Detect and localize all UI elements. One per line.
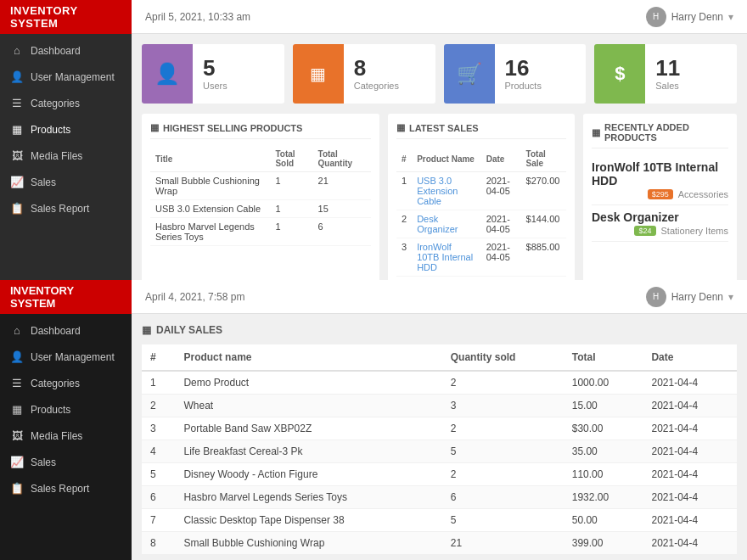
sidebar-item-dashboard[interactable]: ⌂ Dashboard: [0, 37, 132, 64]
sidebar-label-sales-report: Sales Report: [31, 203, 89, 215]
widget-recently-added: ▦ RECENTLY ADDED PRODUCTS IronWolf 10TB …: [583, 114, 737, 280]
sidebar-label-media-files-2: Media Files: [31, 430, 82, 442]
sidebar-label-products-2: Products: [31, 404, 70, 416]
cell-date: 2021-04-4: [643, 532, 737, 555]
logo-bottom: INVENTORY SYSTEM: [0, 280, 132, 314]
cell-num: 6: [142, 486, 175, 509]
list-item: IronWolf 10TB Internal HDD $295 Accessor…: [592, 155, 728, 205]
stats-row: 👤 5 Users ▦ 8 Categories: [142, 44, 737, 104]
sidebar-item-sales-2[interactable]: 📈 Sales: [0, 449, 132, 475]
product-link[interactable]: IronWolf 10TB Internal HDD: [417, 242, 473, 272]
stat-label-categories: Categories: [354, 81, 399, 91]
user-badge-top: H Harry Denn ▾: [646, 7, 733, 27]
grid-icon-sales: ▦: [396, 122, 405, 133]
dropdown-icon-bottom[interactable]: ▾: [728, 291, 733, 303]
cell-product[interactable]: USB 3.0 Extension Cable: [412, 172, 481, 210]
recently-added-label: RECENTLY ADDED PRODUCTS: [604, 122, 728, 143]
recent-products-list: IronWolf 10TB Internal HDD $295 Accessor…: [592, 155, 728, 242]
stat-icon-users: 👤: [142, 44, 193, 104]
cell-date: 2021-04-05: [481, 172, 521, 210]
sidebar-item-user-management[interactable]: 👤 User Management: [0, 64, 132, 90]
cell-product[interactable]: IronWolf 10TB Internal HDD: [412, 238, 481, 277]
cell-date: 2021-04-4: [643, 509, 737, 532]
product-link[interactable]: Desk Organizer: [417, 214, 458, 234]
sidebar-item-sales-report[interactable]: 📋 Sales Report: [0, 195, 132, 221]
cell-total: 15.00: [564, 395, 643, 417]
product-badge: $24: [634, 226, 655, 236]
widget-title-highest-selling: ▦ HIGHEST SELLING PRODUCTS: [150, 122, 371, 139]
top-section: INVENTORY SYSTEM ⌂ Dashboard 👤 User Mana…: [0, 0, 747, 280]
product-badge: $295: [648, 189, 673, 199]
table-row: 2 Wheat 3 15.00 2021-04-4: [142, 395, 737, 417]
sidebar-item-sales[interactable]: 📈 Sales: [0, 169, 132, 195]
highest-selling-label: HIGHEST SELLING PRODUCTS: [163, 123, 302, 133]
sidebar-label-dashboard-2: Dashboard: [31, 325, 81, 337]
daily-col-qty: Quantity sold: [442, 344, 564, 371]
logo-top: INVENTORY SYSTEM: [0, 0, 132, 34]
dropdown-icon-top[interactable]: ▾: [728, 11, 733, 23]
sales-icon-2: 📈: [10, 456, 24, 468]
table-row: 5 Disney Woody - Action Figure 2 110.00 …: [142, 463, 737, 486]
stat-sales: $ 11 Sales: [594, 44, 737, 104]
col-num: #: [396, 146, 412, 172]
sidebar-item-categories-2[interactable]: ☰ Categories: [0, 370, 132, 396]
sidebar-label-user-management: User Management: [31, 71, 115, 83]
username-bottom: Harry Denn: [671, 291, 723, 303]
media-icon-2: 🖼: [10, 429, 24, 442]
latest-sales-table: # Product Name Date Total Sale 1 USB 3.0…: [396, 146, 566, 277]
sidebar-label-products: Products: [31, 124, 70, 136]
cell-num: 3: [396, 238, 412, 277]
product-link[interactable]: USB 3.0 Extension Cable: [417, 176, 458, 206]
daily-sales-title: ▦ DAILY SALES: [142, 324, 737, 336]
cell-sold: 1: [270, 218, 312, 246]
stat-label-users: Users: [203, 81, 227, 91]
cell-num: 1: [396, 172, 412, 210]
sales-report-icon: 📋: [10, 202, 24, 215]
products-icon-2: ▦: [10, 403, 24, 416]
cell-date: 2021-04-4: [643, 486, 737, 509]
cell-product: Disney Woody - Action Figure: [175, 463, 441, 486]
product-category: Accessories: [678, 189, 728, 199]
table-row: 1 Demo Product 2 1000.00 2021-04-4: [142, 371, 737, 395]
col-sold: Total Sold: [270, 146, 312, 172]
top-datetime: April 5, 2021, 10:33 am: [145, 11, 250, 23]
product-category: Stationery Items: [661, 226, 728, 236]
table-row: 3 Portable Band Saw XBP02Z 2 $30.00 2021…: [142, 417, 737, 440]
sidebar-label-dashboard: Dashboard: [31, 45, 81, 57]
dashboard-icon-2: ⌂: [10, 324, 24, 337]
stat-info-users: 5 Users: [193, 50, 238, 98]
widget-highest-selling: ▦ HIGHEST SELLING PRODUCTS Title Total S…: [142, 114, 379, 280]
topbar-bottom: April 4, 2021, 7:58 pm H Harry Denn ▾: [132, 280, 747, 314]
bottom-section: INVENTORY SYSTEM ⌂ Dashboard 👤 User Mana…: [0, 280, 747, 560]
stat-categories: ▦ 8 Categories: [293, 44, 435, 104]
cell-num: 2: [142, 395, 175, 417]
sidebar-label-sales-2: Sales: [31, 456, 56, 468]
cell-date: 2021-04-4: [643, 463, 737, 486]
sidebar-item-sales-report-2[interactable]: 📋 Sales Report: [0, 475, 132, 501]
sidebar-item-dashboard-2[interactable]: ⌂ Dashboard: [0, 317, 132, 344]
sidebar-item-media-files-2[interactable]: 🖼 Media Files: [0, 423, 132, 449]
daily-col-date: Date: [643, 344, 737, 371]
cell-total: 110.00: [564, 463, 643, 486]
cell-total: 35.00: [564, 440, 643, 463]
sidebar-item-media-files[interactable]: 🖼 Media Files: [0, 143, 132, 169]
sidebar-item-products-2[interactable]: ▦ Products: [0, 396, 132, 423]
user-icon-2: 👤: [10, 350, 24, 363]
sidebar-item-products[interactable]: ▦ Products: [0, 116, 132, 143]
avatar-bottom: H: [646, 287, 666, 307]
cell-total: $144.00: [521, 210, 566, 238]
sidebar-item-user-management-2[interactable]: 👤 User Management: [0, 344, 132, 370]
daily-col-num: #: [142, 344, 175, 371]
cell-qty: 6: [442, 486, 564, 509]
categories-icon-2: ☰: [10, 377, 24, 389]
sales-report-icon-2: 📋: [10, 482, 24, 495]
sidebar-item-categories[interactable]: ☰ Categories: [0, 90, 132, 116]
stat-products: 🛒 16 Products: [444, 44, 587, 104]
sidebar-label-categories: Categories: [31, 98, 80, 109]
categories-icon: ☰: [10, 97, 24, 109]
cell-product[interactable]: Desk Organizer: [412, 210, 481, 238]
cell-num: 1: [142, 371, 175, 395]
stat-info-categories: 8 Categories: [344, 50, 409, 98]
stat-info-sales: 11 Sales: [645, 50, 690, 98]
cell-product: Classic Desktop Tape Dispenser 38: [175, 509, 441, 532]
